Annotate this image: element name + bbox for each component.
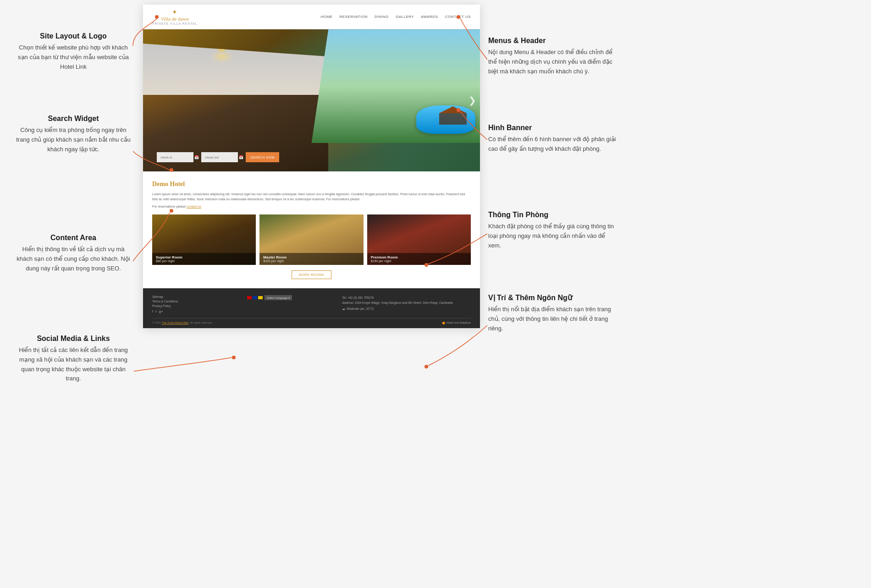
powered-by: Hotel Link Solutions: [447, 321, 471, 324]
hotel-title: Demo Hotel: [152, 181, 471, 188]
annotation-banner-title: Hình Banner: [488, 124, 617, 132]
annotation-search-title: Search Widget: [14, 115, 133, 123]
hero-banner: ❯ 📅 📅 SEARCH NOW: [143, 29, 480, 171]
footer-tel: Tel: +62 (0) 361 755276: [342, 295, 471, 300]
svg-point-7: [424, 365, 428, 368]
footer-links-col: Sitemap Terms & Conditions Privacy Polic…: [152, 295, 238, 313]
social-facebook-icon[interactable]: f: [152, 309, 153, 313]
weather-info: ☁ Moderate (an. 20°C): [342, 307, 471, 311]
hotel-description: Lorem ipsum dolor sit amet, consectetur …: [152, 192, 471, 202]
footer-address: Address: #164 Kroya Village, Svay Dangku…: [342, 300, 471, 305]
annotation-menus-header: Menus & Header Nội dung Menu & Header có…: [488, 37, 617, 76]
annotation-content-area: Content Area Hiển thị thông tin về tất c…: [14, 234, 133, 273]
site-header: ✦ Villa de dawn PRIVATE VILLA RENTAL HOM…: [143, 5, 480, 29]
nav-awards[interactable]: AWARDS: [421, 15, 438, 19]
annotation-location-desc: Hiển thị nổi bật địa điểm khách sạn trên…: [488, 305, 617, 333]
checkin-input[interactable]: [157, 152, 193, 162]
checkin-calendar-icon: 📅: [194, 155, 199, 159]
logo-name: Villa de dawn: [161, 16, 189, 22]
annotation-social-desc: Hiển thị tất cả các liên kết dẫn đến tra…: [14, 346, 133, 384]
footer-privacy[interactable]: Privacy Policy: [152, 304, 238, 308]
content-area: Demo Hotel Lorem ipsum dolor sit amet, c…: [143, 171, 480, 288]
footer-copyright: © 2015 The Trans Resort Bali. All rights…: [152, 321, 213, 324]
annotation-search-desc: Công cụ kiểm tra phòng trống ngay trên t…: [14, 126, 133, 154]
room-card-master[interactable]: Master Room $100 per night: [259, 214, 363, 265]
site-nav: HOME RESERVATION DINING GALLERY AWARDS C…: [320, 15, 471, 19]
annotation-social-title: Social Media & Links: [14, 335, 133, 343]
contact-link[interactable]: contact us: [187, 205, 201, 208]
room-price-premium: $160 per night: [371, 259, 467, 263]
footer-sitemap[interactable]: Sitemap: [152, 295, 238, 298]
room-card-premium[interactable]: Premium Room $160 per night: [367, 214, 471, 265]
weather-text: Moderate (an. 20°C): [347, 307, 374, 310]
annotation-site-layout-title: Site Layout & Logo: [14, 32, 133, 40]
annotation-banner-desc: Có thể thêm đến 6 hình banner với độ phâ…: [488, 135, 617, 154]
room-price-master: $100 per night: [263, 259, 359, 263]
logo-icon: ✦: [172, 8, 177, 16]
resort-link[interactable]: The Trans Resort Bali: [162, 321, 188, 324]
social-googleplus-icon[interactable]: g+: [159, 309, 163, 313]
annotation-content-desc: Hiển thị thông tin về tất cả dịch vụ mà …: [14, 245, 133, 273]
svg-point-3: [232, 356, 236, 359]
hero-next-arrow[interactable]: ❯: [469, 95, 476, 106]
footer-contact-col: Tel: +62 (0) 361 755276 Address: #164 Kr…: [342, 295, 471, 313]
annotation-hinh-banner: Hình Banner Có thể thêm đến 6 hình banne…: [488, 124, 617, 154]
logo-subtitle: PRIVATE VILLA RENTAL: [152, 22, 198, 25]
annotation-menus-title: Menus & Header: [488, 37, 617, 45]
annotation-location-title: Vị Trí & Thêm Ngôn Ngữ: [488, 293, 617, 302]
social-twitter-icon[interactable]: t: [155, 309, 156, 313]
weather-icon: ☁: [342, 307, 345, 311]
room-card-superior[interactable]: Superior Room $80 per night: [152, 214, 256, 265]
more-rooms-button[interactable]: MORE ROOMS: [292, 270, 331, 279]
search-now-button[interactable]: SEARCH NOW: [246, 152, 279, 162]
room-cards: Superior Room $80 per night Master Room …: [152, 214, 471, 265]
footer-lang-col: Select Language ▾: [247, 295, 333, 313]
checkout-calendar-icon: 📅: [239, 155, 243, 159]
footer-terms[interactable]: Terms & Conditions: [152, 300, 238, 303]
search-widget: 📅 📅 SEARCH NOW: [157, 152, 279, 162]
checkout-input[interactable]: [201, 152, 238, 162]
room-name-superior: Superior Room: [156, 255, 252, 259]
annotation-room-info-desc: Khách đặt phòng có thể thấy giá cùng thô…: [488, 222, 617, 250]
nav-dining[interactable]: DINING: [375, 15, 389, 19]
room-name-master: Master Room: [263, 255, 359, 259]
annotation-site-layout: Site Layout & Logo Chọn thiết kế website…: [14, 32, 133, 71]
nav-gallery[interactable]: GALLERY: [396, 15, 414, 19]
annotation-content-title: Content Area: [14, 234, 133, 242]
website-mockup: ✦ Villa de dawn PRIVATE VILLA RENTAL HOM…: [143, 5, 480, 328]
nav-home[interactable]: HOME: [320, 15, 332, 19]
annotation-room-info-title: Thông Tin Phòng: [488, 211, 617, 219]
annotation-social-media: Social Media & Links Hiển thị tất cả các…: [14, 335, 133, 384]
annotation-thong-tin-phong: Thông Tin Phòng Khách đặt phòng có thể t…: [488, 211, 617, 250]
annotation-search-widget: Search Widget Công cụ kiểm tra phòng trố…: [14, 115, 133, 154]
nav-reservation[interactable]: RESERVATION: [339, 15, 368, 19]
room-name-premium: Premium Room: [371, 255, 467, 259]
room-price-superior: $80 per night: [156, 259, 252, 263]
nav-contact[interactable]: CONTACT US: [445, 15, 471, 19]
annotation-site-layout-desc: Chọn thiết kế website phù hợp với khách …: [14, 43, 133, 71]
site-footer: Sitemap Terms & Conditions Privacy Polic…: [143, 288, 480, 328]
annotation-vi-tri: Vị Trí & Thêm Ngôn Ngữ Hiển thị nổi bật …: [488, 293, 617, 333]
hotel-link-logo: 🔶 Hotel Link Solutions: [442, 321, 471, 324]
language-selector[interactable]: Select Language ▾: [265, 295, 292, 300]
annotation-menus-desc: Nội dung Menu & Header có thể điều chỉnh…: [488, 48, 617, 76]
site-logo: ✦ Villa de dawn PRIVATE VILLA RENTAL: [152, 8, 198, 25]
